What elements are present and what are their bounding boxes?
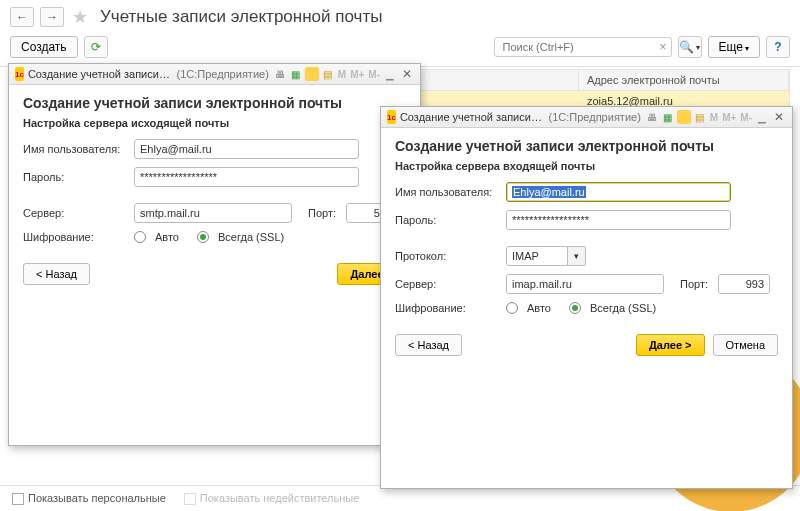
label-server: Сервер:: [23, 207, 128, 219]
protocol-combo[interactable]: IMAP ▾: [506, 246, 586, 266]
radio-auto-label: Авто: [527, 302, 551, 314]
chevron-down-icon[interactable]: ▾: [568, 246, 586, 266]
label-username: Имя пользователя:: [23, 143, 128, 155]
dialog-title-text: Создание учетной записи электронной поч.…: [400, 111, 545, 123]
refresh-icon[interactable]: ⟳: [84, 36, 108, 58]
label-port: Порт:: [680, 278, 708, 290]
dialog-outgoing: 1c Создание учетной записи электронной п…: [8, 63, 421, 446]
dialog-heading: Создание учетной записи электронной почт…: [395, 138, 778, 154]
mem-mplus[interactable]: M+: [721, 112, 737, 123]
close-icon[interactable]: ✕: [399, 67, 414, 81]
label-password: Пароль:: [23, 171, 128, 183]
password-field[interactable]: ******************: [506, 210, 731, 230]
dialog-heading: Создание учетной записи электронной почт…: [23, 95, 406, 111]
label-encryption: Шифрование:: [395, 302, 500, 314]
label-protocol: Протокол:: [395, 250, 500, 262]
dialog-subtitle: Настройка сервера исходящей почты: [23, 117, 406, 129]
dialog-title-app: (1С:Предприятие): [177, 68, 269, 80]
app-logo-icon: 1c: [15, 67, 24, 81]
show-inactive-checkbox[interactable]: Показывать недействительные: [184, 492, 360, 505]
mem-m[interactable]: M: [709, 112, 719, 123]
back-button[interactable]: < Назад: [395, 334, 462, 356]
label-encryption: Шифрование:: [23, 231, 128, 243]
show-personal-checkbox[interactable]: Показывать персональные: [12, 492, 166, 505]
print-icon[interactable]: 🖶: [645, 110, 659, 124]
username-field[interactable]: Ehlya@mail.ru: [134, 139, 359, 159]
grid-icon[interactable]: ▦: [289, 67, 303, 81]
next-button[interactable]: Далее >: [636, 334, 705, 356]
calc-icon[interactable]: ▤: [693, 110, 707, 124]
search-input[interactable]: [501, 40, 649, 54]
column-email: Адрес электронной почты: [579, 70, 789, 90]
dialog-titlebar[interactable]: 1c Создание учетной записи электронной п…: [381, 107, 792, 128]
radio-ssl[interactable]: [569, 302, 581, 314]
nav-back-button[interactable]: ←: [10, 7, 34, 27]
page-title: Учетные записи электронной почты: [100, 7, 382, 27]
radio-ssl-label: Всегда (SSL): [590, 302, 656, 314]
radio-auto[interactable]: [134, 231, 146, 243]
username-field[interactable]: Ehlya@mail.ru: [506, 182, 731, 202]
mem-mminus[interactable]: M-: [367, 69, 381, 80]
search-button[interactable]: 🔍▾: [678, 36, 702, 58]
port-field[interactable]: 993: [718, 274, 770, 294]
mem-m[interactable]: M: [337, 69, 347, 80]
help-button[interactable]: ?: [766, 36, 790, 58]
back-button[interactable]: < Назад: [23, 263, 90, 285]
more-button[interactable]: Еще▾: [708, 36, 760, 58]
label-username: Имя пользователя:: [395, 186, 500, 198]
clear-search-icon[interactable]: ×: [660, 40, 667, 54]
grid-icon[interactable]: ▦: [661, 110, 675, 124]
create-button[interactable]: Создать: [10, 36, 78, 58]
server-field[interactable]: imap.mail.ru: [506, 274, 664, 294]
calendar-icon[interactable]: [305, 67, 319, 81]
radio-auto-label: Авто: [155, 231, 179, 243]
server-field[interactable]: smtp.mail.ru: [134, 203, 292, 223]
dialog-titlebar[interactable]: 1c Создание учетной записи электронной п…: [9, 64, 420, 85]
label-port: Порт:: [308, 207, 336, 219]
radio-ssl-label: Всегда (SSL): [218, 231, 284, 243]
mem-mminus[interactable]: M-: [739, 112, 753, 123]
calendar-icon[interactable]: [677, 110, 691, 124]
favorite-star-icon[interactable]: ★: [72, 6, 88, 28]
radio-ssl[interactable]: [197, 231, 209, 243]
nav-forward-button[interactable]: →: [40, 7, 64, 27]
dialog-incoming: 1c Создание учетной записи электронной п…: [380, 106, 793, 489]
dialog-title-app: (1С:Предприятие): [549, 111, 641, 123]
cancel-button[interactable]: Отмена: [713, 334, 778, 356]
print-icon[interactable]: 🖶: [273, 67, 287, 81]
minimize-icon[interactable]: ▁: [383, 67, 397, 81]
protocol-value[interactable]: IMAP: [506, 246, 568, 266]
radio-auto[interactable]: [506, 302, 518, 314]
dialog-subtitle: Настройка сервера входящей почты: [395, 160, 778, 172]
password-field[interactable]: ******************: [134, 167, 359, 187]
search-input-wrapper[interactable]: ×: [494, 37, 672, 57]
close-icon[interactable]: ✕: [771, 110, 786, 124]
calc-icon[interactable]: ▤: [321, 67, 335, 81]
dialog-title-text: Создание учетной записи электронной поч.…: [28, 68, 173, 80]
label-password: Пароль:: [395, 214, 500, 226]
mem-mplus[interactable]: M+: [349, 69, 365, 80]
app-logo-icon: 1c: [387, 110, 396, 124]
minimize-icon[interactable]: ▁: [755, 110, 769, 124]
label-server: Сервер:: [395, 278, 500, 290]
